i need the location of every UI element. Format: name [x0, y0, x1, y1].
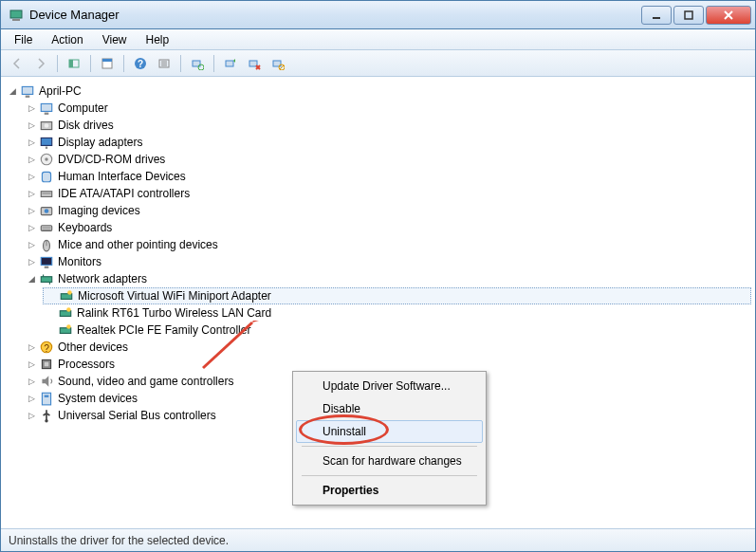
expand-icon[interactable]: ▷	[26, 188, 37, 199]
expand-icon[interactable]: ▷	[26, 239, 37, 250]
tree-device-item[interactable]: Microsoft Virtual WiFi Miniport Adapter	[43, 287, 751, 304]
status-text: Uninstalls the driver for the selected d…	[9, 534, 229, 547]
expand-icon[interactable]: ▷	[26, 376, 37, 387]
tree-label: Ralink RT61 Turbo Wireless LAN Card	[77, 306, 271, 320]
tree-category-item[interactable]: ▷Imaging devices	[24, 202, 751, 219]
display-icon	[39, 135, 54, 150]
toolbar-separator	[123, 55, 124, 72]
tree-label: Realtek PCIe FE Family Controller	[77, 323, 250, 337]
svg-rect-14	[249, 61, 257, 66]
tree-category-item[interactable]: ▷Monitors	[24, 253, 751, 270]
expand-icon[interactable]: ▷	[26, 410, 37, 421]
collapse-icon[interactable]: ◢	[7, 85, 18, 97]
spacer	[45, 324, 56, 336]
context-menu-separator	[302, 446, 477, 447]
dvd-icon	[39, 152, 54, 167]
tree-device-item[interactable]: Realtek PCIe FE Family Controller	[43, 322, 751, 339]
toolbar-separator	[180, 55, 181, 72]
expand-icon[interactable]: ▷	[26, 393, 37, 404]
svg-rect-47	[45, 396, 49, 397]
expand-icon[interactable]: ▷	[26, 256, 37, 267]
usb-icon	[39, 408, 54, 423]
update-driver-button[interactable]	[220, 53, 241, 74]
expand-icon[interactable]: ▷	[26, 359, 37, 370]
svg-rect-24	[46, 147, 47, 149]
help-button[interactable]: ?	[130, 53, 151, 74]
svg-text:?: ?	[44, 343, 49, 354]
context-menu-item[interactable]: Properties	[296, 479, 483, 502]
show-hide-console-button[interactable]	[64, 53, 84, 74]
tree-label: IDE ATA/ATAPI controllers	[58, 187, 190, 200]
tree-category-item[interactable]: ▷DVD/CD-ROM drives	[24, 151, 751, 168]
svg-rect-35	[41, 277, 51, 283]
back-button[interactable]	[7, 53, 28, 74]
computer-icon	[39, 101, 54, 116]
tree-pane[interactable]: ◢April-PC▷Computer▷Disk drives▷Display a…	[1, 77, 755, 528]
expand-icon[interactable]: ▷	[26, 102, 37, 114]
svg-rect-17	[22, 86, 32, 94]
menu-file[interactable]: File	[5, 31, 42, 48]
minimize-button[interactable]	[641, 6, 672, 25]
menu-help[interactable]: Help	[137, 31, 179, 48]
monitor-icon	[39, 254, 54, 269]
tree-category-item[interactable]: ▷Human Interface Devices	[24, 168, 751, 185]
svg-point-22	[45, 123, 49, 128]
tree-category-item[interactable]: ▷Mice and other pointing devices	[24, 236, 751, 253]
svg-rect-13	[226, 61, 233, 66]
tree-category-item[interactable]: ▷Keyboards	[24, 219, 751, 236]
expand-icon[interactable]: ▷	[26, 120, 37, 131]
expand-icon[interactable]: ▷	[26, 137, 37, 148]
tree-label: Disk drives	[58, 119, 114, 132]
tree-label: System devices	[58, 392, 138, 405]
adapter-icon	[59, 288, 74, 304]
tree-label: Other devices	[58, 340, 128, 354]
tree-category-item[interactable]: ▷?Other devices	[24, 339, 751, 356]
context-menu-item[interactable]: Uninstall	[296, 420, 483, 443]
tree-category-item[interactable]: ▷Computer	[24, 100, 751, 117]
svg-rect-18	[26, 96, 30, 98]
svg-point-12	[198, 64, 204, 70]
spacer	[45, 307, 56, 319]
close-button[interactable]	[706, 6, 751, 25]
tree-device-item[interactable]: Ralink RT61 Turbo Wireless LAN Card	[43, 304, 751, 322]
tree-category-item[interactable]: ▷Disk drives	[24, 117, 751, 134]
tree-category-item[interactable]: ▷Display adapters	[24, 134, 751, 151]
tree-label: Imaging devices	[58, 204, 140, 217]
processor-icon	[39, 357, 54, 372]
collapse-icon[interactable]: ◢	[26, 273, 37, 285]
tree-label: Computer	[58, 101, 108, 115]
tree-root-item[interactable]: ◢April-PC	[5, 83, 751, 100]
expand-icon[interactable]: ▷	[26, 171, 37, 182]
expand-icon[interactable]: ▷	[26, 341, 37, 353]
menu-view[interactable]: View	[93, 31, 137, 48]
properties-button[interactable]	[97, 53, 118, 74]
svg-point-41	[66, 324, 71, 329]
tree-label: Sound, video and game controllers	[58, 375, 233, 388]
titlebar[interactable]: Device Manager	[1, 1, 755, 29]
expand-icon[interactable]: ▷	[26, 205, 37, 216]
svg-text:?: ?	[138, 59, 143, 69]
context-menu-item[interactable]: Update Driver Software...	[296, 375, 483, 397]
tree-label: Microsoft Virtual WiFi Miniport Adapter	[78, 289, 271, 303]
forward-button[interactable]	[30, 53, 51, 74]
uninstall-button[interactable]	[244, 53, 265, 74]
svg-rect-2	[653, 17, 660, 19]
tree-category-item[interactable]: ▷IDE ATA/ATAPI controllers	[24, 185, 751, 202]
menu-action[interactable]: Action	[42, 31, 92, 48]
network-icon	[39, 271, 54, 286]
scan-hardware-button[interactable]	[187, 53, 208, 74]
tree-label: April-PC	[39, 84, 82, 98]
action-button[interactable]	[154, 53, 175, 74]
context-menu-item[interactable]: Scan for hardware changes	[296, 450, 483, 472]
context-menu-item[interactable]: Disable	[296, 397, 483, 420]
tree-category-item[interactable]: ◢Network adapters	[24, 270, 751, 287]
svg-point-39	[66, 307, 71, 312]
expand-icon[interactable]: ▷	[26, 222, 37, 233]
disable-button[interactable]	[267, 53, 288, 74]
expand-icon[interactable]: ▷	[26, 154, 37, 165]
ide-icon	[39, 186, 54, 201]
tree-label: Mice and other pointing devices	[58, 238, 218, 251]
toolbar-separator	[57, 55, 58, 72]
maximize-button[interactable]	[673, 6, 704, 25]
svg-rect-33	[41, 257, 51, 265]
